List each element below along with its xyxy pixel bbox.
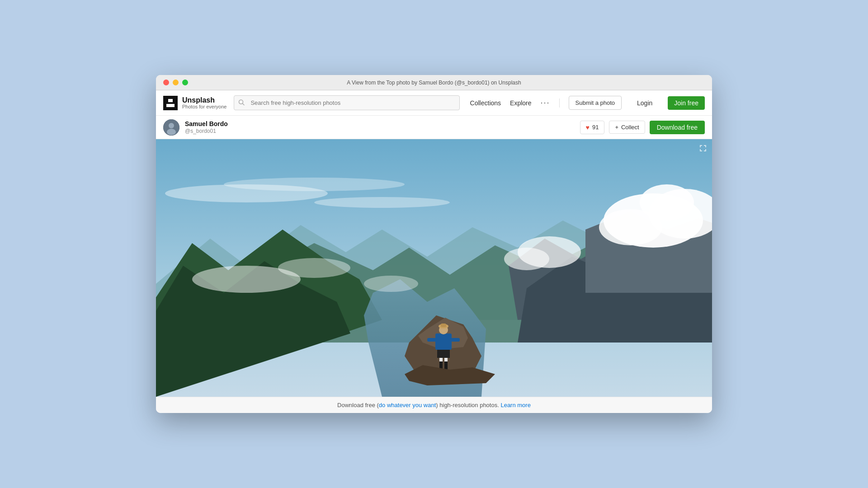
brand-tagline: Photos for everyone [182,104,226,109]
svg-point-27 [224,178,405,191]
brand-name: Unsplash [182,96,226,104]
svg-line-4 [243,103,245,105]
search-input[interactable] [234,95,460,110]
title-bar: A View from the Top photo by Samuel Bord… [156,75,712,90]
photo-actions: ♥ 91 + Collect Download free [580,121,705,134]
download-free-button[interactable]: Download free [650,121,705,134]
tab-title: A View from the Top photo by Samuel Bord… [347,80,521,86]
bottom-middle: ) high-resolution photos. [436,402,500,408]
author-handle: @s_bordo01 [185,128,228,134]
svg-rect-38 [451,338,460,342]
join-free-button[interactable]: Join free [668,96,705,110]
traffic-lights [163,80,188,85]
svg-point-19 [364,276,418,292]
svg-rect-41 [441,324,446,327]
nav-divider [559,99,560,108]
svg-rect-2 [166,104,175,107]
submit-photo-button[interactable]: Submit a photo [569,96,622,110]
minimize-button[interactable] [173,80,179,85]
bottom-bar: Download free (do whatever you want) hig… [156,397,712,413]
search-icon [238,99,245,107]
close-button[interactable] [163,80,169,85]
photo-bar: Samuel Bordo @s_bordo01 ♥ 91 + Collect D… [156,116,712,139]
brand-text: Unsplash Photos for everyone [182,96,226,110]
like-count: 91 [592,124,599,131]
heart-icon: ♥ [586,124,590,131]
svg-point-25 [504,248,549,270]
avatar-image [163,119,179,136]
svg-point-28 [314,197,450,208]
svg-point-23 [640,184,694,221]
like-button[interactable]: ♥ 91 [580,121,605,134]
author-name[interactable]: Samuel Bordo [185,120,228,128]
svg-rect-1 [168,99,173,102]
photo-scene [156,139,712,397]
svg-point-18 [278,258,350,278]
svg-point-7 [167,129,176,135]
nav-links: Collections Explore ··· Submit a photo L… [470,96,705,110]
collect-button[interactable]: + Collect [609,121,645,134]
svg-rect-0 [163,96,178,110]
svg-point-6 [169,123,174,128]
plus-icon: + [615,124,618,131]
author-info: Samuel Bordo @s_bordo01 [185,120,228,134]
more-menu-button[interactable]: ··· [541,98,550,108]
photo-container [156,139,712,397]
bottom-prefix: Download free ( [337,402,379,408]
explore-link[interactable]: Explore [510,99,531,107]
search-bar [234,95,460,110]
svg-rect-36 [435,333,452,350]
avatar[interactable] [163,119,179,136]
learn-more-link[interactable]: Learn more [500,402,530,408]
collections-link[interactable]: Collections [470,99,501,107]
login-button[interactable]: Login [631,96,659,110]
svg-rect-37 [427,338,436,342]
expand-icon[interactable] [698,144,708,155]
fullscreen-button[interactable] [182,80,188,85]
unsplash-logo-icon [163,96,178,110]
brand-logo-link[interactable]: Unsplash Photos for everyone [163,96,226,110]
collect-label: Collect [621,124,639,131]
do-whatever-link[interactable]: do whatever you want [379,402,436,408]
nav-bar: Unsplash Photos for everyone Collections… [156,90,712,116]
